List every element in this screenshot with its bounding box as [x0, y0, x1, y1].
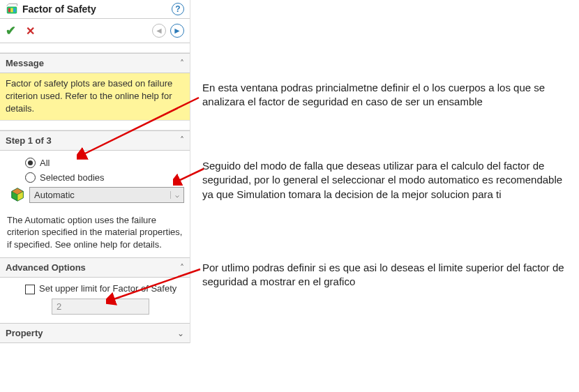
- advanced-body: Set upper limit for Factor of Safety 2: [0, 278, 190, 323]
- section-advanced-title: Advanced Options: [6, 262, 180, 273]
- annotation-1: En esta ventana podras princialmetne def…: [202, 81, 565, 110]
- radio-all-label: All: [40, 158, 50, 168]
- material-cube-icon: [10, 187, 25, 202]
- annotation-3: Por utlimo podras definir si es que asi …: [202, 261, 565, 289]
- chevron-up-icon: ˄: [180, 263, 184, 273]
- radio-selected-label: Selected bodies: [40, 172, 105, 183]
- section-message-header[interactable]: Message ˄: [0, 53, 190, 73]
- factor-of-safety-icon: [6, 3, 18, 15]
- upper-limit-input: 2: [52, 299, 149, 315]
- help-icon[interactable]: ?: [172, 3, 184, 15]
- chevron-down-icon: ⌄: [177, 329, 184, 338]
- panel-title: Factor of Safety: [22, 3, 172, 15]
- next-step-button[interactable]: ►: [170, 24, 184, 38]
- message-body: Factor of safety plots are based on fail…: [0, 73, 190, 121]
- upper-limit-checkbox[interactable]: [25, 285, 35, 294]
- section-message-title: Message: [6, 58, 180, 68]
- section-advanced-header[interactable]: Advanced Options ˄: [0, 257, 190, 278]
- annotation-2: Seguido del modo de falla que deseas uti…: [202, 159, 565, 202]
- ok-button[interactable]: ✔: [6, 23, 16, 38]
- dropdown-value: Automatic: [34, 190, 170, 200]
- section-property-title: Property: [6, 328, 177, 338]
- panel-header: Factor of Safety ?: [0, 0, 190, 19]
- action-bar: ✔ ✕ ◄ ►: [0, 19, 190, 43]
- chevron-up-icon: ˄: [180, 135, 184, 145]
- radio-all-row: All: [25, 158, 184, 168]
- upper-limit-row: Set upper limit for Factor of Safety: [25, 283, 183, 294]
- automatic-hint: The Automatic option uses the failure cr…: [0, 210, 190, 258]
- chevron-down-icon: ⌵: [170, 191, 179, 199]
- prev-step-button: ◄: [152, 24, 166, 38]
- svg-rect-3: [13, 8, 15, 13]
- step-body: All Selected bodies Automatic ⌵: [0, 151, 190, 210]
- cancel-button[interactable]: ✕: [26, 24, 35, 38]
- failure-criterion-dropdown[interactable]: Automatic ⌵: [29, 187, 184, 203]
- chevron-up-icon: ˄: [180, 59, 184, 68]
- radio-all[interactable]: [25, 158, 36, 168]
- section-step-header[interactable]: Step 1 of 3 ˄: [0, 130, 190, 151]
- property-panel: Factor of Safety ? ✔ ✕ ◄ ► Message ˄ Fac…: [0, 0, 190, 343]
- svg-rect-1: [8, 8, 10, 13]
- radio-selected-row: Selected bodies: [25, 172, 184, 183]
- svg-rect-2: [11, 8, 13, 13]
- section-property-header[interactable]: Property ⌄: [0, 323, 190, 343]
- criterion-row: Automatic ⌵: [10, 187, 184, 203]
- upper-limit-label: Set upper limit for Factor of Safety: [39, 283, 176, 294]
- section-step-title: Step 1 of 3: [6, 135, 180, 146]
- radio-selected-bodies[interactable]: [25, 172, 36, 183]
